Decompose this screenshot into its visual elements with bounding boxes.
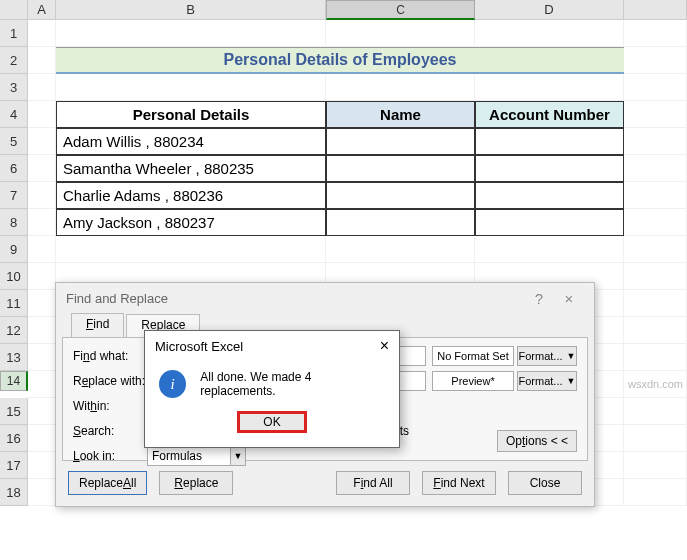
chevron-down-icon[interactable]: ▼ [567,376,576,386]
help-button[interactable]: ? [524,290,554,307]
alert-titlebar[interactable]: Microsoft Excel × [145,331,399,361]
row-head-5[interactable]: 5 [0,128,28,155]
table-row[interactable]: Adam Willis , 880234 [56,128,326,155]
col-head-a[interactable]: A [28,0,56,20]
find-format-display: No Format Set [432,346,514,366]
info-icon: i [159,370,186,398]
lookin-select[interactable]: Formulas [147,446,231,466]
row-head-7[interactable]: 7 [0,182,28,209]
row-head-6[interactable]: 6 [0,155,28,182]
replace-all-button[interactable]: Replace All [68,471,147,495]
replace-button[interactable]: Replace [159,471,233,495]
table-row[interactable] [475,128,624,155]
col-head-b[interactable]: B [56,0,326,20]
close-icon[interactable]: × [554,290,584,307]
dialog-titlebar[interactable]: Find and Replace ? × [56,283,594,313]
table-row[interactable] [326,182,475,209]
table-header-account[interactable]: Account Number [475,101,624,128]
options-button[interactable]: Options < < [497,430,577,452]
col-head-d[interactable]: D [475,0,624,20]
table-row[interactable] [326,128,475,155]
replace-format-button[interactable]: Format...▼ [517,371,577,391]
chevron-down-icon[interactable]: ▼ [567,351,576,361]
dialog-title: Find and Replace [66,291,168,306]
replace-with-label: Replace with: [73,374,147,388]
tab-find[interactable]: Find [71,313,124,337]
find-what-label: Find what: [73,349,147,363]
alert-message: All done. We made 4 replacements. [200,370,385,398]
alert-dialog: Microsoft Excel × i All done. We made 4 … [144,330,400,448]
close-button[interactable]: Close [508,471,582,495]
watermark: wsxdn.com [628,378,683,390]
table-row[interactable]: Charlie Adams , 880236 [56,182,326,209]
row-head-14[interactable]: 14 [0,371,28,391]
table-row[interactable] [475,155,624,182]
row-head-16[interactable]: 16 [0,425,28,452]
alert-title: Microsoft Excel [155,339,243,354]
row-head-11[interactable]: 11 [0,290,28,317]
select-all-corner[interactable] [0,0,28,20]
col-head-c[interactable]: C [326,0,475,20]
row-head-2[interactable]: 2 [0,47,28,74]
find-all-button[interactable]: Find All [336,471,410,495]
table-row[interactable]: Amy Jackson , 880237 [56,209,326,236]
row-head-18[interactable]: 18 [0,479,28,506]
row-head-3[interactable]: 3 [0,74,28,101]
row-head-13[interactable]: 13 [0,344,28,371]
row-head-9[interactable]: 9 [0,236,28,263]
row-head-10[interactable]: 10 [0,263,28,290]
row-head-8[interactable]: 8 [0,209,28,236]
row-head-15[interactable]: 15 [0,398,28,425]
table-row[interactable] [326,155,475,182]
col-head-extra [624,0,687,20]
find-format-button[interactable]: Format...▼ [517,346,577,366]
close-icon[interactable]: × [380,337,389,355]
ok-button[interactable]: OK [237,411,307,433]
within-label: Within: [73,399,147,413]
table-row[interactable] [475,182,624,209]
replace-format-display: Preview* [432,371,514,391]
page-title: Personal Details of Employees [56,47,624,74]
lookin-label: Look in: [73,449,147,463]
row-head-4[interactable]: 4 [0,101,28,128]
table-row[interactable]: Samantha Wheeler , 880235 [56,155,326,182]
row-head-12[interactable]: 12 [0,317,28,344]
table-header-personal[interactable]: Personal Details [56,101,326,128]
chevron-down-icon[interactable]: ▼ [230,446,246,466]
table-header-name[interactable]: Name [326,101,475,128]
search-label: Search: [73,424,147,438]
find-next-button[interactable]: Find Next [422,471,496,495]
table-row[interactable] [326,209,475,236]
row-head-1[interactable]: 1 [0,20,28,47]
table-row[interactable] [475,209,624,236]
row-head-17[interactable]: 17 [0,452,28,479]
